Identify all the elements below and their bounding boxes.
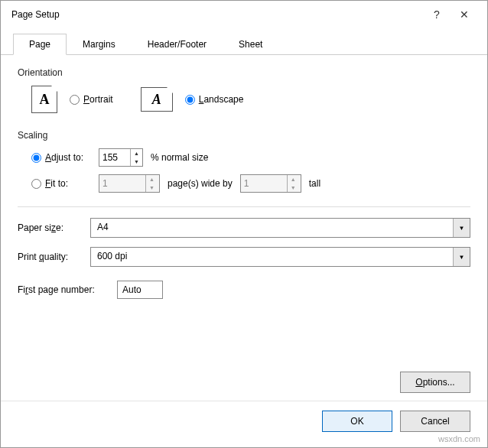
fit-mid-text: page(s) wide by	[168, 178, 233, 189]
close-icon[interactable]: ✕	[451, 8, 478, 21]
watermark: wsxdn.com	[438, 434, 480, 443]
fit-tall-input[interactable]	[241, 175, 287, 192]
adjust-spinner[interactable]: ▲▼	[99, 148, 143, 167]
paper-size-label: Paper size:	[18, 222, 83, 233]
landscape-radio-label: Landscape	[199, 94, 244, 105]
down-arrow-icon[interactable]: ▼	[146, 183, 158, 192]
portrait-page-icon: A	[31, 86, 57, 113]
portrait-radio[interactable]: Portrait	[70, 94, 113, 105]
first-page-input[interactable]	[117, 281, 163, 299]
landscape-page-icon: A	[141, 87, 173, 112]
paper-size-combo[interactable]: A4 ▼	[90, 218, 470, 238]
landscape-radio[interactable]: Landscape	[185, 94, 244, 105]
fit-suffix: tall	[309, 178, 320, 189]
first-page-row: First page number:	[18, 281, 470, 299]
fit-radio-label: Fit to:	[45, 178, 68, 189]
dialog-footer: OK Cancel	[1, 401, 487, 447]
scaling-fit-row: Fit to: ▲▼ page(s) wide by ▲▼ tall	[31, 174, 470, 193]
cancel-button[interactable]: Cancel	[400, 411, 470, 432]
print-quality-value: 600 dpi	[91, 248, 453, 266]
portrait-radio-input[interactable]	[70, 95, 80, 105]
scaling-group-label: Scaling	[18, 130, 470, 141]
landscape-radio-input[interactable]	[185, 95, 195, 105]
paper-size-value: A4	[91, 219, 453, 237]
fit-wide-input[interactable]	[99, 175, 145, 192]
up-arrow-icon[interactable]: ▲	[131, 149, 142, 157]
fit-wide-arrows[interactable]: ▲▼	[145, 175, 158, 192]
print-quality-label: Print quality:	[18, 252, 83, 262]
tab-content: Orientation A Portrait A Landscape Scali…	[1, 55, 487, 401]
tab-margins[interactable]: Margins	[67, 34, 132, 55]
titlebar: Page Setup ? ✕	[1, 1, 487, 28]
tab-sheet[interactable]: Sheet	[223, 34, 278, 55]
first-page-label: First page number:	[18, 284, 109, 295]
adjust-radio[interactable]: Adjust to:	[31, 152, 91, 163]
window-title: Page Setup	[11, 9, 423, 20]
chevron-down-icon[interactable]: ▼	[453, 219, 470, 237]
paper-size-row: Paper size: A4 ▼	[18, 218, 470, 238]
down-arrow-icon[interactable]: ▼	[131, 157, 142, 166]
down-arrow-icon[interactable]: ▼	[288, 183, 299, 192]
divider	[18, 206, 470, 207]
fit-radio-input[interactable]	[31, 179, 41, 189]
up-arrow-icon[interactable]: ▲	[146, 175, 158, 183]
options-button[interactable]: Options...	[400, 372, 470, 393]
up-arrow-icon[interactable]: ▲	[288, 175, 299, 183]
adjust-value-input[interactable]	[99, 149, 130, 166]
adjust-spinner-arrows[interactable]: ▲▼	[130, 149, 142, 166]
orientation-group-label: Orientation	[18, 67, 470, 78]
fit-tall-arrows[interactable]: ▲▼	[287, 175, 299, 192]
fit-tall-spinner[interactable]: ▲▼	[240, 174, 301, 193]
adjust-radio-label: Adjust to:	[45, 152, 83, 163]
chevron-down-icon[interactable]: ▼	[453, 248, 470, 266]
tab-bar: Page Margins Header/Footer Sheet	[1, 33, 487, 55]
options-row: Options...	[18, 372, 470, 393]
print-quality-combo[interactable]: 600 dpi ▼	[90, 247, 470, 267]
fit-radio[interactable]: Fit to:	[31, 178, 91, 189]
print-quality-row: Print quality: 600 dpi ▼	[18, 247, 470, 267]
ok-button[interactable]: OK	[322, 411, 392, 432]
help-icon[interactable]: ?	[423, 8, 451, 21]
adjust-radio-input[interactable]	[31, 153, 41, 163]
tab-headerfooter[interactable]: Header/Footer	[132, 34, 223, 55]
tab-page[interactable]: Page	[13, 34, 67, 55]
orientation-row: A Portrait A Landscape	[31, 86, 470, 113]
fit-wide-spinner[interactable]: ▲▼	[99, 174, 160, 193]
scaling-adjust-row: Adjust to: ▲▼ % normal size	[31, 148, 470, 167]
adjust-suffix: % normal size	[151, 152, 208, 163]
portrait-radio-label: Portrait	[83, 94, 113, 105]
